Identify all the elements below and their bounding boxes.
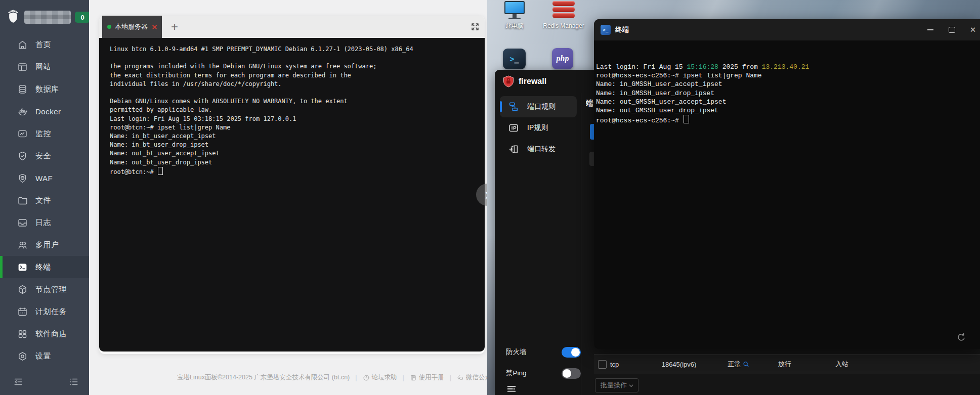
tab-local-server[interactable]: 本地服务器 ✕: [102, 16, 162, 38]
terminal-app-icon: >_: [601, 25, 611, 35]
bt-logo-row: 0: [6, 9, 90, 25]
sidebar-item-multiuser[interactable]: 多用户: [0, 234, 89, 256]
nodes-icon: [17, 284, 28, 295]
remote-terminal-screen[interactable]: Last login: Fri Aug 15 15:16:28 2025 fro…: [596, 60, 980, 349]
ip-rules-icon: [508, 122, 519, 134]
rule-status-link[interactable]: 正常: [728, 355, 750, 374]
sidebar-item-cron[interactable]: 计划任务: [0, 300, 89, 323]
batch-action-label: 批量操作: [601, 381, 627, 390]
monitor-icon: [17, 128, 28, 139]
menu-lines-icon[interactable]: [506, 383, 517, 394]
message-count-badge[interactable]: 0: [75, 12, 90, 23]
sidebar-item-home[interactable]: 首页: [0, 33, 89, 56]
footer-link-forum[interactable]: 论坛求助: [363, 373, 397, 382]
settings-icon: [17, 351, 28, 362]
remote-terminal-titlebar[interactable]: >_ 终端 ✕: [594, 19, 980, 40]
desktop-icon-terminal-app[interactable]: >_: [503, 49, 526, 69]
checkbox[interactable]: [598, 360, 607, 369]
connected-dot-icon: [107, 25, 111, 29]
close-button[interactable]: ✕: [966, 23, 980, 37]
bt-nav: 首页网站数据库Docker监控安全WAF文件日志多用户终端节点管理计划任务软件商…: [0, 33, 89, 367]
collapse-sidebar-icon[interactable]: [13, 377, 23, 387]
terminal-cursor: [158, 167, 163, 175]
sidebar-item-label: 安全: [35, 151, 51, 161]
firewall-menu-port-rules[interactable]: 端口规则: [500, 96, 577, 117]
sidebar-item-waf[interactable]: WAF: [0, 167, 89, 189]
local-terminal-screen[interactable]: Linux btcn 6.1.0-9-amd64 #1 SMP PREEMPT_…: [99, 38, 485, 352]
appstore-icon: [17, 329, 28, 339]
terminal-line: Name: in_GMSSH_user_drop_ipset: [596, 89, 980, 98]
terminal-line: Debian GNU/Linux comes with ABSOLUTELY N…: [110, 97, 485, 106]
sidebar-item-files[interactable]: 文件: [0, 189, 89, 211]
sidebar-item-nodes[interactable]: 节点管理: [0, 278, 89, 300]
divider: |: [450, 374, 451, 381]
toggle-knob: [571, 348, 580, 357]
sidebar-item-website[interactable]: 网站: [0, 56, 89, 78]
logs-icon: [17, 217, 28, 228]
desktop-icon-php[interactable]: php: [552, 48, 573, 69]
nav-list-icon[interactable]: [69, 377, 79, 387]
terminal-line: root@btcn:~# ipset list|grep Name: [110, 123, 485, 132]
firewall-switch[interactable]: [562, 347, 581, 358]
sidebar-item-database[interactable]: 数据库: [0, 78, 89, 100]
expand-icon[interactable]: [471, 22, 480, 31]
terminal-line: the exact distribution terms for each pr…: [110, 71, 485, 80]
sidebar-item-docker[interactable]: Docker: [0, 100, 89, 122]
firewall-menu-label: 端口规则: [527, 102, 556, 111]
refresh-icon[interactable]: [956, 332, 967, 343]
toggle-label: 防火墙: [506, 347, 527, 357]
firewall-shield-icon: [503, 75, 514, 87]
firewall-menu-ip-rules[interactable]: IP规则: [500, 117, 577, 139]
bt-footer: 宝塔Linux面板©2014-2025 广东堡塔安全技术有限公司 (bt.cn)…: [177, 373, 487, 382]
port-rule-row[interactable]: tcp 18645(ipv6) 正常 放行 入站: [594, 354, 980, 374]
add-tab-button[interactable]: +: [165, 16, 184, 38]
tab-title: 本地服务器: [115, 22, 148, 31]
sidebar-item-label: 设置: [35, 352, 51, 361]
minimize-button[interactable]: [923, 23, 938, 37]
firewall-menu-port-forward[interactable]: 端口转发: [500, 139, 577, 160]
close-tab-icon[interactable]: ✕: [151, 23, 158, 31]
terminal-line: root@hcss-ecs-c256:~#: [596, 115, 980, 125]
footer-link-manual[interactable]: 使用手册: [410, 373, 444, 382]
toggle-knob: [563, 369, 571, 378]
footer-link-label: 论坛求助: [372, 373, 397, 382]
minimize-icon: [927, 29, 933, 30]
sidebar-item-terminal[interactable]: 终端: [0, 256, 89, 278]
rule-checkbox[interactable]: [598, 355, 607, 374]
toggle-row-firewall-switch: 防火墙: [506, 346, 581, 358]
terminal-line: Name: in_bt_user_drop_ipset: [110, 141, 485, 149]
ping-block-switch[interactable]: [562, 368, 581, 379]
help-circle-icon: [363, 374, 370, 381]
sidebar-item-label: 数据库: [35, 84, 59, 94]
port-rules-icon: [508, 101, 519, 112]
sidebar-item-label: 计划任务: [35, 307, 67, 317]
terminal-line: Linux btcn 6.1.0-9-amd64 #1 SMP PREEMPT_…: [110, 45, 485, 54]
sidebar-item-settings[interactable]: 设置: [0, 345, 89, 367]
batch-action-select[interactable]: 批量操作: [595, 378, 638, 392]
footer-link-wechat[interactable]: 微信公众号: [457, 373, 487, 382]
terminal-line: Name: out_bt_user_accept_ipset: [110, 149, 485, 158]
sidebar-item-label: 日志: [35, 218, 51, 228]
sidebar-item-appstore[interactable]: 软件商店: [0, 323, 89, 345]
sidebar-item-security[interactable]: 安全: [0, 145, 89, 167]
wechat-icon: [457, 374, 464, 381]
desktop-icon-this-pc[interactable]: 此电脑: [493, 1, 536, 29]
bt-shield-icon: [6, 9, 20, 25]
sidebar-item-logs[interactable]: 日志: [0, 211, 89, 234]
sidebar-item-label: 网站: [35, 62, 51, 72]
desktop-icon-redis-manager[interactable]: Redis Manager: [542, 1, 585, 29]
sidebar-item-monitor[interactable]: 监控: [0, 122, 89, 145]
redis-manager-icon: [552, 1, 575, 20]
toggle-row-ping-block-switch: 禁Ping: [506, 367, 581, 379]
rule-direction: 入站: [835, 355, 848, 374]
terminal-line: root@hcss-ecs-c256:~# ipset list|grep Na…: [596, 71, 980, 80]
sidebar-item-label: 多用户: [35, 240, 59, 250]
firewall-menu: 端口规则IP规则端口转发: [500, 96, 577, 160]
maximize-button[interactable]: [945, 23, 959, 37]
server-name-redacted: [24, 11, 71, 24]
magnifier-icon: [743, 361, 750, 368]
security-icon: [17, 151, 28, 161]
terminal-line: [110, 89, 485, 97]
rule-status-text: 正常: [728, 360, 741, 369]
bt-sidebar: 0 首页网站数据库Docker监控安全WAF文件日志多用户终端节点管理计划任务软…: [0, 0, 89, 395]
